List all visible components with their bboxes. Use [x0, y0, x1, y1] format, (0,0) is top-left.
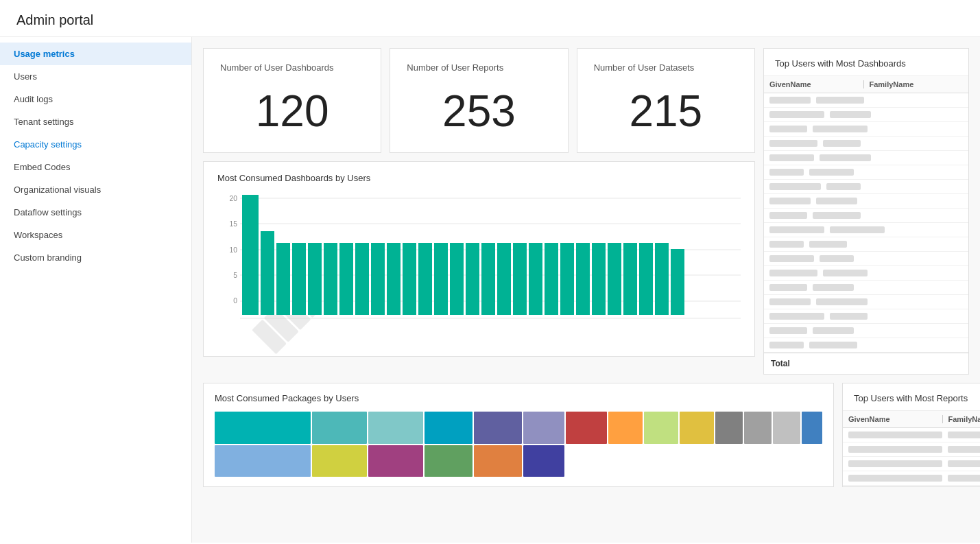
cell-family-name [823, 140, 861, 147]
cell-given-name [769, 154, 814, 161]
bar-item [434, 243, 448, 315]
treemap-cell [802, 412, 822, 444]
cell-family-name [813, 212, 861, 219]
treemap [215, 412, 822, 477]
bar-item [308, 243, 322, 315]
bar-item [545, 243, 558, 315]
treemap-cell [523, 445, 564, 477]
bar-item [276, 243, 290, 315]
cell-given-name [769, 169, 804, 176]
sidebar-item-usage-metrics[interactable]: Usage metrics [0, 43, 191, 65]
treemap-cell [312, 412, 367, 444]
bar-item [418, 243, 432, 315]
metric-datasets-value: 215 [594, 89, 738, 133]
bar-item [466, 243, 479, 315]
bar-item [671, 249, 684, 315]
cell-given-name [848, 475, 942, 482]
cell-given-name [848, 446, 942, 453]
bar-item [592, 243, 606, 315]
bar-chart-title: Most Consumed Dashboards by Users [217, 173, 741, 183]
bar-item [560, 243, 574, 315]
cell-family-name [948, 431, 980, 438]
bar-item [355, 243, 369, 315]
sidebar: Usage metrics Users Audit logs Tenant se… [0, 37, 192, 543]
cell-given-name [848, 431, 942, 438]
metric-reports-value: 253 [407, 89, 551, 133]
metric-reports-label: Number of User Reports [407, 62, 551, 73]
cell-family-name [813, 284, 854, 291]
table-row [764, 194, 968, 209]
treemap-cell [744, 412, 772, 444]
cell-given-name [769, 198, 811, 204]
treemap-cell [773, 412, 800, 444]
table-row [764, 338, 968, 353]
cell-given-name [769, 342, 804, 348]
bar-item [481, 243, 495, 315]
bottom-row: Most Consumed Packages by Users Top User… [203, 383, 969, 487]
cell-family-name [830, 313, 868, 320]
bar-item [639, 243, 653, 315]
table-row [764, 180, 968, 194]
top-users-reports-panel: Top Users with Most Reports GivenName Fa… [842, 383, 980, 487]
cell-given-name [769, 226, 824, 233]
sidebar-item-dataflow-settings[interactable]: Dataflow settings [0, 201, 191, 224]
sidebar-item-tenant-settings[interactable]: Tenant settings [0, 110, 191, 133]
table-row [843, 442, 980, 457]
top-users-dashboards-title: Top Users with Most Dashboards [764, 49, 968, 76]
cell-family-name [830, 226, 885, 233]
table-row [764, 209, 968, 223]
table-row [843, 428, 980, 442]
sidebar-item-custom-branding[interactable]: Custom branding [0, 246, 191, 269]
bar-item [529, 243, 542, 315]
bar-item [608, 243, 621, 315]
bar-item [655, 243, 669, 315]
table-row [843, 457, 980, 471]
sidebar-item-workspaces[interactable]: Workspaces [0, 224, 191, 246]
cell-given-name [769, 327, 807, 334]
sidebar-item-embed-codes[interactable]: Embed Codes [0, 156, 191, 178]
treemap-cell [566, 412, 607, 444]
sidebar-item-organizational-visuals[interactable]: Organizational visuals [0, 178, 191, 201]
bar-item [242, 195, 259, 315]
table-row [764, 93, 968, 108]
cell-family-name [948, 475, 980, 482]
packages-chart-title: Most Consumed Packages by Users [215, 393, 822, 403]
treemap-cell [425, 445, 473, 477]
cell-family-name [820, 154, 871, 161]
sidebar-item-users[interactable]: Users [0, 65, 191, 88]
col-given-name: GivenName [769, 80, 863, 88]
metric-dashboards-value: 120 [220, 89, 364, 133]
table-footer-label: Total [771, 359, 790, 368]
metric-cards-row: Number of User Dashboards 120 Number of … [203, 48, 755, 153]
bar-item [292, 243, 306, 315]
svg-text:10: 10 [229, 246, 237, 254]
col-family-name: FamilyName [863, 80, 964, 88]
cell-family-name [830, 111, 871, 118]
cell-family-name [813, 126, 868, 132]
col-family-name-r: FamilyName [942, 415, 981, 423]
table-header-dashboards: GivenName FamilyName [764, 76, 968, 93]
table-row [764, 252, 968, 266]
bar-item [261, 231, 274, 316]
top-row: Number of User Dashboards 120 Number of … [203, 48, 969, 375]
cell-family-name [816, 298, 868, 305]
cell-given-name [769, 241, 804, 248]
treemap-cell [425, 412, 473, 444]
cell-family-name [823, 270, 868, 276]
treemap-cell [368, 412, 423, 444]
cell-given-name [769, 97, 811, 104]
bar-item [623, 243, 637, 315]
treemap-cell [680, 412, 714, 444]
metric-card-reports: Number of User Reports 253 [390, 48, 568, 153]
cell-family-name [816, 97, 864, 104]
metric-card-datasets: Number of User Datasets 215 [577, 48, 755, 153]
table-footer-dashboards: Total [764, 353, 968, 374]
sidebar-item-audit-logs[interactable]: Audit logs [0, 88, 191, 110]
cell-family-name [948, 460, 980, 467]
cell-family-name [820, 255, 854, 262]
sidebar-item-capacity-settings[interactable]: Capacity settings [0, 133, 191, 156]
treemap-cell [368, 445, 423, 477]
treemap-cell [474, 445, 522, 477]
metrics-column: Number of User Dashboards 120 Number of … [203, 48, 755, 375]
cell-family-name [813, 327, 854, 334]
